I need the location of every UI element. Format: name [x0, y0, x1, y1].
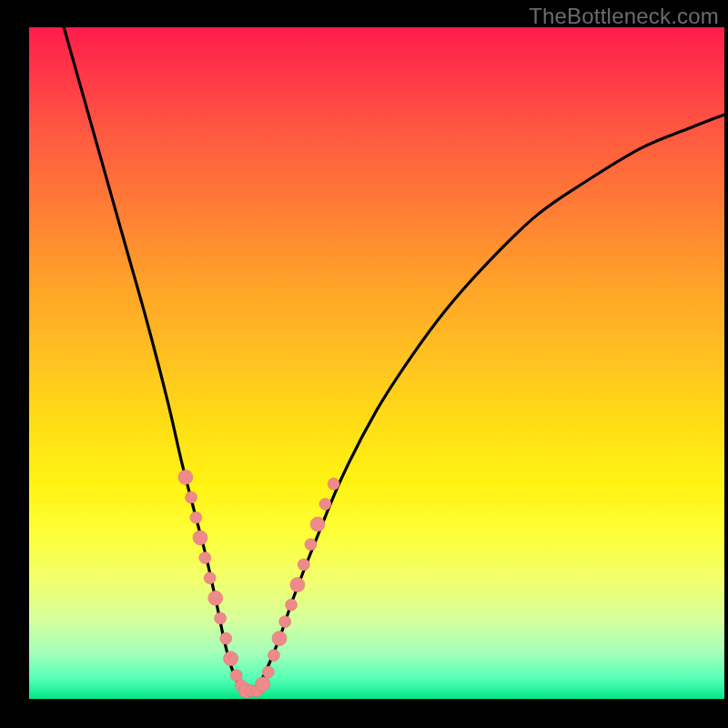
marker-point — [256, 677, 270, 692]
marker-point — [268, 650, 279, 662]
marker-point — [208, 591, 223, 605]
marker-point — [290, 578, 305, 592]
marker-point — [262, 666, 274, 678]
marker-group — [178, 470, 339, 698]
marker-point — [310, 517, 325, 531]
marker-point — [204, 572, 216, 584]
marker-point — [272, 632, 287, 646]
marker-point — [286, 599, 298, 611]
marker-point — [305, 539, 317, 551]
plot-area — [29, 27, 724, 699]
watermark-text: TheBottleneck.com — [529, 4, 719, 29]
marker-point — [224, 652, 238, 666]
curve-layer — [29, 27, 724, 699]
marker-point — [298, 559, 309, 571]
marker-point — [199, 552, 211, 564]
marker-point — [193, 531, 207, 545]
marker-point — [178, 470, 193, 484]
marker-point — [190, 511, 202, 523]
chart-frame: TheBottleneck.com — [0, 0, 728, 728]
marker-point — [220, 632, 232, 644]
bottleneck-curve — [64, 27, 724, 692]
marker-point — [319, 498, 331, 510]
marker-point — [328, 478, 339, 490]
marker-point — [186, 491, 197, 503]
marker-point — [279, 616, 291, 628]
marker-point — [215, 612, 227, 624]
